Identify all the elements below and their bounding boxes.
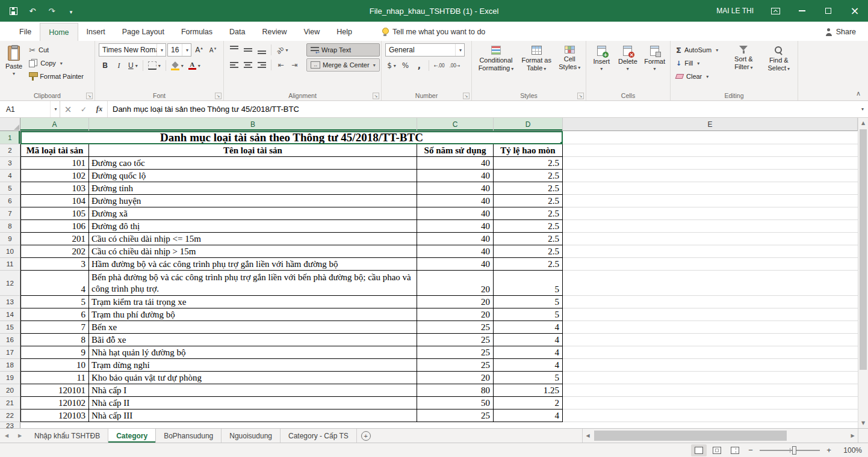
vertical-scroll-track[interactable] — [858, 128, 868, 418]
orientation-button[interactable]: ▾ — [274, 43, 290, 57]
header-cell[interactable]: Tỷ lệ hao mòn — [494, 144, 563, 157]
cell-name[interactable]: Trạm thu phí đường bộ — [89, 308, 417, 321]
row-header-8[interactable]: 8 — [0, 220, 20, 233]
sort-filter-button[interactable]: Sort & Filter▾ — [727, 43, 760, 87]
align-left-button[interactable] — [228, 58, 240, 72]
select-all-button[interactable] — [0, 118, 20, 131]
row-header-20[interactable]: 20 — [0, 384, 20, 397]
cell-name[interactable]: Nhà cấp I — [89, 384, 417, 397]
column-header-a[interactable]: A — [20, 118, 89, 131]
cell-code[interactable]: 6 — [20, 308, 89, 321]
cell-code[interactable]: 120102 — [20, 397, 89, 409]
column-header-e[interactable]: E — [563, 118, 858, 131]
ribbon-tab-data[interactable]: Data — [221, 23, 253, 41]
save-button[interactable] — [7, 4, 19, 18]
page-layout-view-button[interactable] — [709, 444, 725, 456]
scroll-up-arrow[interactable]: ▲ — [858, 118, 868, 128]
find-select-button[interactable]: Find & Select▾ — [763, 43, 795, 87]
minimize-button[interactable] — [789, 0, 815, 22]
cell-rate[interactable]: 2.5 — [494, 233, 563, 245]
middle-align-button[interactable] — [241, 43, 254, 57]
cell-rate[interactable]: 5 — [494, 308, 563, 321]
zoom-slider[interactable] — [760, 446, 820, 455]
align-center-button[interactable] — [241, 58, 254, 72]
wrap-text-button[interactable]: Wrap Text — [306, 43, 380, 57]
scroll-down-arrow[interactable]: ▼ — [858, 418, 868, 428]
cell-code[interactable]: 102 — [20, 170, 89, 182]
cell[interactable] — [563, 182, 858, 195]
row-header-3[interactable]: 3 — [0, 157, 20, 170]
row-header-18[interactable]: 18 — [0, 359, 20, 372]
ribbon-tab-review[interactable]: Review — [253, 23, 295, 41]
cell-years[interactable]: 25 — [417, 346, 494, 359]
cell[interactable] — [563, 409, 858, 422]
cell-code[interactable]: 7 — [20, 321, 89, 334]
cell-code[interactable]: 101 — [20, 157, 89, 170]
ribbon-tab-help[interactable]: Help — [328, 23, 361, 41]
share-button[interactable]: Share — [825, 23, 868, 41]
cell-years[interactable]: 40 — [417, 220, 494, 233]
cell-code[interactable]: 202 — [20, 245, 89, 258]
header-cell[interactable]: Tên loại tài sản — [89, 144, 417, 157]
row-header-21[interactable]: 21 — [0, 397, 20, 409]
cell-years[interactable]: 20 — [417, 296, 494, 308]
cell-name[interactable]: Nhà hạt quản lý đường bộ — [89, 346, 417, 359]
zoom-level[interactable]: 100% — [837, 446, 862, 455]
fill-button[interactable]: Fill▾ — [674, 57, 724, 70]
previous-sheet-arrow[interactable]: ◀ — [0, 429, 13, 443]
zoom-in-button[interactable]: + — [823, 445, 834, 456]
cell[interactable] — [563, 195, 858, 207]
cell[interactable] — [563, 308, 858, 321]
number-dialog-launcher[interactable] — [463, 93, 470, 99]
underline-button[interactable]: U▾ — [126, 59, 140, 72]
cell-years[interactable]: 40 — [417, 258, 494, 271]
ribbon-tab-insert[interactable]: Insert — [78, 23, 114, 41]
font-size-combo[interactable]: 16 ▾ — [167, 43, 191, 57]
cell-name[interactable]: Bến phà đường bộ và các công trình phụ t… — [89, 271, 417, 296]
cell[interactable] — [563, 346, 858, 359]
row-header-22[interactable]: 22 — [0, 409, 20, 422]
cell-name[interactable]: Nhà cấp II — [89, 397, 417, 409]
copy-button[interactable]: Copy▾ — [27, 57, 85, 70]
close-button[interactable] — [842, 0, 868, 22]
normal-view-button[interactable] — [691, 444, 707, 456]
cell-name[interactable]: Hầm đường bộ và các công trình phụ trợ g… — [89, 258, 417, 271]
conditional-formatting-button[interactable]: Conditional Formatting▾ — [476, 43, 516, 87]
cell[interactable] — [563, 397, 858, 409]
redo-button[interactable] — [46, 4, 58, 18]
ribbon-tab-page-layout[interactable]: Page Layout — [114, 23, 173, 41]
cell-years[interactable]: 40 — [417, 182, 494, 195]
column-header-b[interactable]: B — [89, 118, 417, 131]
cell[interactable] — [563, 334, 858, 346]
row-header-13[interactable]: 13 — [0, 296, 20, 308]
cell-years[interactable]: 40 — [417, 233, 494, 245]
cell-rate[interactable]: 2.5 — [494, 182, 563, 195]
cell-code[interactable]: 104 — [20, 195, 89, 207]
cell-years[interactable]: 40 — [417, 207, 494, 220]
cell[interactable] — [563, 245, 858, 258]
cell-rate[interactable]: 5 — [494, 296, 563, 308]
insert-function-button[interactable]: fx — [91, 101, 107, 117]
cell[interactable] — [563, 131, 858, 144]
row-header-12[interactable]: 12 — [0, 271, 20, 296]
font-color-button[interactable]: A▾ — [187, 59, 202, 72]
accounting-format-button[interactable]: ▾ — [385, 59, 398, 72]
cell-rate[interactable]: 2.5 — [494, 157, 563, 170]
name-box[interactable]: A1 ▾ — [0, 101, 60, 117]
fill-color-button[interactable]: ▾ — [169, 59, 185, 72]
cell-code[interactable]: 105 — [20, 207, 89, 220]
cell[interactable] — [563, 258, 858, 271]
row-header-1[interactable]: 1 — [0, 131, 20, 144]
cell[interactable] — [563, 271, 858, 296]
ribbon-display-options-button[interactable] — [762, 0, 789, 22]
enter-button[interactable] — [76, 101, 91, 117]
styles-dialog-launcher[interactable] — [577, 93, 584, 99]
format-as-table-button[interactable]: Format as Table▾ — [519, 43, 554, 87]
cell-code[interactable]: 8 — [20, 334, 89, 346]
increase-decimal-button[interactable] — [432, 59, 446, 72]
insert-cells-button[interactable]: Insert ▾ — [590, 43, 613, 87]
cell[interactable] — [563, 233, 858, 245]
cell-rate[interactable]: 2.5 — [494, 258, 563, 271]
header-cell[interactable]: Mã loại tài sản — [20, 144, 89, 157]
clear-button[interactable]: Clear▾ — [674, 70, 724, 83]
